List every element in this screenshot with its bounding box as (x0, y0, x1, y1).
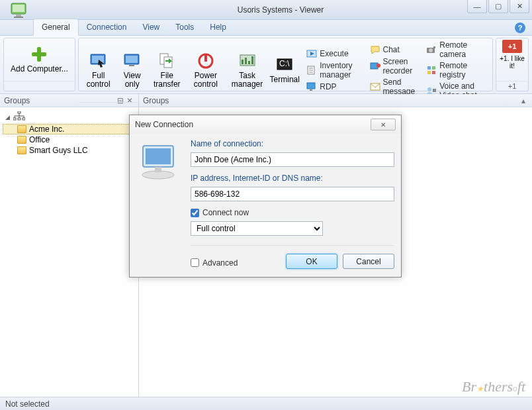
send-message-label: Send message (383, 77, 416, 96)
inventory-icon (306, 65, 317, 76)
svg-rect-37 (427, 66, 431, 70)
groups-tree[interactable]: ◢ Acme Inc. Office Smart Guys LLC (0, 107, 138, 397)
inventory-manager-button[interactable]: Inventory manager (304, 60, 361, 80)
left-panel-groups: Groups ⊟ ✕ ◢ Acme Inc. Office Smart Guys… (0, 94, 139, 397)
svg-rect-46 (22, 118, 25, 120)
tree-root[interactable]: ◢ (3, 110, 136, 124)
full-control-button[interactable]: Full control (81, 50, 116, 90)
file-transfer-icon (157, 52, 176, 70)
chat-icon (370, 44, 380, 55)
svg-rect-55 (155, 167, 161, 172)
chevron-up-icon[interactable]: ▴ (519, 96, 528, 105)
window-controls: — ▢ ✕ (467, 0, 529, 13)
connection-name-input[interactable] (191, 152, 394, 167)
tab-tools[interactable]: Tools (167, 19, 202, 35)
help-icon[interactable]: ? (515, 23, 525, 33)
advanced-input[interactable] (191, 258, 199, 267)
collapse-icon[interactable]: ◢ (4, 114, 11, 121)
dialog-titlebar[interactable]: New Connection ✕ (130, 115, 401, 134)
tab-connection[interactable]: Connection (79, 19, 135, 35)
terminal-icon: C:\ (275, 56, 294, 74)
network-icon (13, 111, 25, 123)
camera-icon (426, 44, 437, 55)
rdp-button[interactable]: RDP (304, 81, 361, 93)
monitor-icon (123, 52, 142, 70)
tab-view[interactable]: View (134, 19, 167, 35)
svg-rect-42 (433, 89, 436, 92)
task-manager-button[interactable]: Task manager (226, 50, 268, 90)
svg-rect-18 (245, 58, 247, 64)
connect-now-input[interactable] (191, 209, 199, 217)
tree-item-label: Office (29, 135, 50, 144)
execute-button[interactable]: Execute (304, 48, 361, 60)
task-manager-label: Task manager (230, 72, 264, 89)
file-transfer-label: File transfer (153, 72, 181, 89)
google-plus-button[interactable]: +1 (502, 40, 522, 53)
rdp-icon (306, 81, 317, 92)
remote-camera-button[interactable]: Remote camera (423, 40, 487, 60)
name-label: Name of connection: (191, 139, 394, 148)
connection-mode-select[interactable]: Full control (191, 221, 323, 236)
tab-bar: General Connection View Tools Help ? (0, 20, 532, 36)
svg-rect-5 (32, 52, 46, 56)
maximize-button[interactable]: ▢ (488, 0, 508, 13)
remote-camera-label: Remote camera (439, 40, 484, 59)
svg-rect-13 (164, 57, 172, 68)
file-transfer-button[interactable]: File transfer (149, 50, 185, 90)
power-control-button[interactable]: Power control (185, 50, 226, 90)
registry-icon (426, 65, 437, 76)
add-computer-label: Add Computer... (11, 65, 68, 74)
power-control-label: Power control (189, 72, 222, 89)
connect-now-checkbox[interactable]: Connect now (191, 208, 394, 217)
screen-recorder-icon (370, 61, 380, 72)
execute-label: Execute (320, 49, 348, 58)
tree-item-acme[interactable]: Acme Inc. (3, 124, 136, 134)
screen-recorder-label: Screen recorder (383, 57, 416, 76)
svg-rect-17 (242, 60, 244, 64)
dialog-computer-icon (136, 139, 185, 269)
ribbon-caption-empty (4, 81, 75, 91)
svg-rect-19 (248, 61, 250, 64)
remote-registry-label: Remote registry (439, 61, 484, 79)
right-panel-header: Groups ▴ (139, 94, 532, 107)
tree-item-office[interactable]: Office (3, 134, 136, 145)
svg-rect-45 (18, 118, 21, 120)
close-button[interactable]: ✕ (510, 0, 529, 13)
advanced-checkbox[interactable]: Advanced (191, 258, 238, 268)
remote-registry-button[interactable]: Remote registry (423, 60, 487, 80)
envelope-icon (370, 81, 380, 92)
window-title: Usoris Systems - Viewer (34, 5, 527, 15)
terminal-button[interactable]: C:\ Terminal (268, 54, 301, 85)
connect-now-label: Connect now (202, 208, 249, 217)
tab-help[interactable]: Help (202, 19, 234, 35)
ok-button[interactable]: OK (286, 254, 337, 269)
svg-rect-36 (433, 46, 435, 48)
view-only-button[interactable]: View only (116, 50, 149, 90)
svg-rect-29 (307, 83, 315, 89)
full-control-label: Full control (85, 72, 112, 89)
tab-general[interactable]: General (33, 19, 79, 36)
view-only-label: View only (120, 72, 145, 89)
plus-one-caption: +1 (496, 81, 528, 91)
execute-icon (306, 48, 317, 59)
screen-recorder-button[interactable]: Screen recorder (367, 56, 419, 76)
svg-rect-3 (14, 17, 23, 18)
chat-button[interactable]: Chat (367, 44, 419, 56)
cancel-button[interactable]: Cancel (343, 254, 394, 269)
add-computer-button[interactable]: Add Computer... (7, 44, 72, 75)
minimize-button[interactable]: — (467, 0, 487, 13)
task-manager-icon (238, 52, 257, 70)
new-connection-dialog: New Connection ✕ Name of connection: IP … (129, 115, 402, 278)
chat-label: Chat (383, 45, 400, 54)
ribbon-group-connection: Full control View only File transfer Pow… (78, 38, 493, 91)
svg-point-35 (429, 48, 433, 52)
power-icon (197, 52, 215, 70)
folder-icon (17, 146, 26, 154)
svg-rect-53 (146, 148, 171, 164)
dialog-close-button[interactable]: ✕ (371, 119, 396, 130)
ip-address-input[interactable] (191, 187, 394, 201)
svg-rect-30 (310, 89, 312, 91)
app-icon (9, 0, 30, 21)
tree-item-smartguys[interactable]: Smart Guys LLC (3, 145, 136, 156)
svg-rect-20 (251, 56, 253, 64)
